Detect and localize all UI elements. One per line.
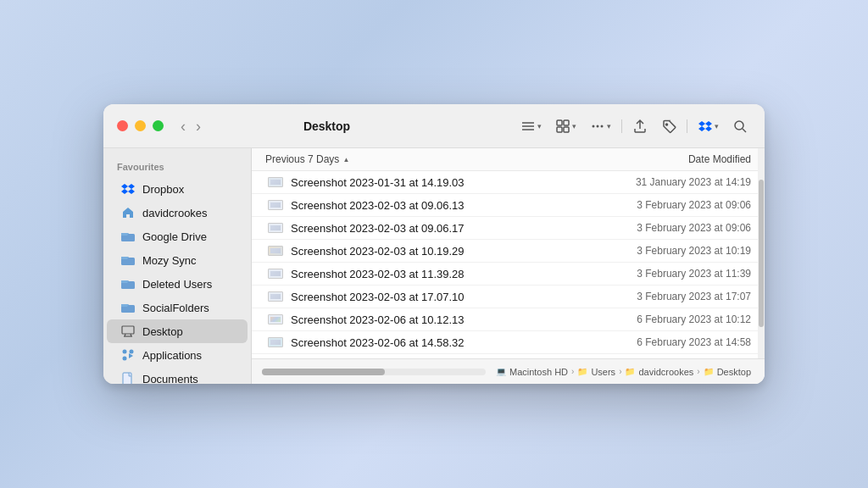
dropbox-button[interactable]: ▾ — [694, 115, 722, 137]
sidebar-item-label: Google Drive — [142, 230, 207, 243]
sidebar-item-label: Desktop — [142, 325, 183, 338]
svg-rect-4 — [564, 120, 569, 125]
folder-icon — [120, 229, 136, 244]
sidebar-section-favourites: Favourites — [103, 158, 251, 177]
dropbox-chevron: ▾ — [715, 122, 719, 130]
sidebar-item-social-folders[interactable]: SocialFolders — [107, 296, 248, 319]
sidebar-item-label: Mozy Sync — [142, 254, 197, 267]
svg-rect-5 — [557, 127, 562, 132]
file-date: 3 February 2023 at 17:07 — [565, 291, 751, 302]
file-icon — [265, 243, 286, 258]
list-view-button[interactable]: ▾ — [517, 115, 545, 137]
svg-point-11 — [735, 121, 743, 130]
horizontal-scrollbar[interactable] — [262, 369, 486, 375]
sidebar-item-label: Dropbox — [142, 183, 184, 196]
toolbar-divider-2 — [687, 119, 687, 133]
scroll-track[interactable] — [758, 148, 765, 358]
search-button[interactable] — [729, 115, 751, 137]
computer-icon: 💻 — [496, 367, 506, 376]
breadcrumb-item-users[interactable]: 📁 Users — [577, 367, 615, 377]
sidebar-item-label: davidcrookes — [142, 207, 208, 219]
folder-icon: 📁 — [704, 367, 714, 376]
file-list-pane: Previous 7 Days ▲ Date Modified Screensh… — [252, 148, 765, 384]
sidebar-item-label: Applications — [142, 349, 202, 362]
sidebar-item-label: Documents — [142, 373, 198, 385]
file-list-scroll: Screenshot 2023-01-31 at 14.19.03 31 Jan… — [252, 171, 765, 358]
svg-point-7 — [593, 125, 595, 127]
sidebar-item-desktop[interactable]: Desktop — [107, 319, 248, 343]
svg-point-9 — [601, 125, 604, 127]
breadcrumb-item-user[interactable]: 📁 davidcrookes — [625, 367, 693, 377]
file-row[interactable]: Screenshot 2023-02-03 at 09.06.17 3 Febr… — [252, 217, 765, 240]
column-header-date[interactable]: Date Modified — [565, 153, 751, 165]
breadcrumb-sep-1: › — [571, 367, 574, 376]
file-name: Screenshot 2023-02-06 at 10.12.13 — [291, 313, 565, 326]
breadcrumb-label: Macintosh HD — [509, 367, 568, 377]
file-row[interactable]: Screenshot 2023-02-06 at 10.12.13 6 Febr… — [252, 308, 765, 331]
file-date: 3 February 2023 at 10:19 — [565, 245, 751, 257]
share-button[interactable] — [629, 115, 651, 137]
more-chevron: ▾ — [607, 122, 611, 130]
folder-icon: 📁 — [625, 367, 635, 376]
finder-window: ‹ › Desktop ▾ ▾ — [103, 104, 765, 384]
file-row[interactable]: Screenshot 2023-02-03 at 10.19.29 3 Febr… — [252, 240, 765, 263]
breadcrumb-label: Desktop — [717, 367, 751, 377]
sidebar-item-dropbox[interactable]: Dropbox — [107, 177, 248, 201]
applications-icon — [120, 347, 136, 363]
tag-button[interactable] — [658, 115, 680, 137]
file-icon — [265, 266, 286, 281]
file-name: Screenshot 2023-02-03 at 10.19.29 — [291, 245, 565, 258]
svg-point-21 — [123, 350, 127, 354]
sidebar: Favourites Dropbox davidcrookes — [103, 148, 252, 384]
home-icon — [120, 205, 136, 220]
file-date: 3 February 2023 at 09:06 — [565, 199, 751, 211]
window-title: Desktop — [136, 119, 517, 133]
main-content: Favourites Dropbox davidcrookes — [103, 148, 765, 384]
column-header-name[interactable]: Previous 7 Days ▲ — [265, 153, 565, 165]
breadcrumb-item-desktop[interactable]: 📁 Desktop — [704, 367, 751, 377]
file-date: 3 February 2023 at 11:39 — [565, 268, 751, 280]
file-row[interactable]: Screenshot 2023-02-06 at 14.58.32 6 Febr… — [252, 331, 765, 354]
file-name: Screenshot 2023-01-31 at 14.19.03 — [291, 176, 565, 189]
folder-social-icon — [120, 300, 136, 315]
sidebar-item-google-drive[interactable]: Google Drive — [107, 225, 248, 248]
file-row[interactable]: Screenshot 2023-02-03 at 11.39.28 3 Febr… — [252, 263, 765, 286]
breadcrumb-sep-2: › — [619, 367, 621, 376]
svg-line-12 — [743, 129, 746, 132]
more-options-button[interactable]: ▾ — [587, 115, 615, 137]
file-row[interactable]: Screenshot 2023-01-31 at 14.19.03 31 Jan… — [252, 171, 765, 194]
horizontal-scrollbar-thumb[interactable] — [262, 369, 385, 375]
file-name: Screenshot 2023-02-06 at 14.58.32 — [291, 336, 565, 349]
svg-rect-3 — [557, 120, 562, 125]
breadcrumb-label: Users — [591, 367, 615, 377]
svg-rect-6 — [564, 127, 569, 132]
sidebar-item-applications[interactable]: Applications — [107, 343, 248, 367]
breadcrumb-item-hd[interactable]: 💻 Macintosh HD — [496, 367, 568, 377]
svg-rect-24 — [123, 373, 131, 384]
bottom-bar: 💻 Macintosh HD › 📁 Users › 📁 davidcrooke… — [252, 358, 765, 384]
file-icon — [265, 197, 286, 213]
folder-mozy-icon — [120, 252, 136, 268]
file-name: Screenshot 2023-02-03 at 09.06.13 — [291, 199, 565, 212]
file-icon — [265, 335, 286, 350]
breadcrumb-sep-3: › — [697, 367, 699, 376]
sidebar-item-documents[interactable]: Documents — [107, 367, 248, 384]
file-row[interactable]: Screenshot 2023-02-03 at 17.07.10 3 Febr… — [252, 286, 765, 308]
sidebar-item-deleted-users[interactable]: Deleted Users — [107, 272, 248, 296]
list-view-chevron: ▾ — [537, 122, 542, 130]
close-button[interactable] — [117, 120, 128, 131]
sidebar-item-mozy-sync[interactable]: Mozy Sync — [107, 248, 248, 272]
folder-deleted-icon — [120, 276, 136, 291]
file-row[interactable]: Screenshot 2023-02-03 at 09.06.13 3 Febr… — [252, 194, 765, 217]
file-date: 6 February 2023 at 10:12 — [565, 313, 751, 325]
grid-view-chevron: ▾ — [572, 122, 576, 130]
folder-icon: 📁 — [577, 367, 587, 376]
svg-point-22 — [130, 350, 134, 354]
toolbar-right: ▾ ▾ ▾ — [517, 115, 751, 137]
grid-view-button[interactable]: ▾ — [552, 115, 580, 137]
scroll-thumb[interactable] — [759, 180, 764, 327]
breadcrumb: 💻 Macintosh HD › 📁 Users › 📁 davidcrooke… — [489, 367, 758, 377]
svg-point-23 — [123, 357, 127, 361]
file-name: Screenshot 2023-02-03 at 17.07.10 — [291, 291, 565, 303]
sidebar-item-davidcrookes[interactable]: davidcrookes — [107, 201, 248, 225]
